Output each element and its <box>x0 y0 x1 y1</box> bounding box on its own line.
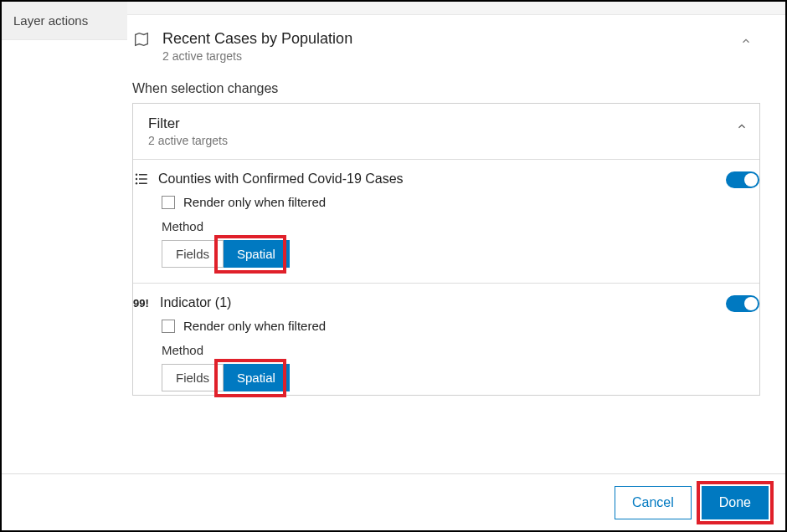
svg-rect-1 <box>139 174 147 176</box>
method-label: Method <box>162 219 759 233</box>
filter-title: Filter <box>148 115 744 132</box>
svg-rect-5 <box>139 183 147 185</box>
checkbox-icon <box>162 196 175 209</box>
sidebar: Layer actions <box>2 2 127 473</box>
method-fields-button[interactable]: Fields <box>162 364 224 391</box>
render-only-label: Render only when filtered <box>183 195 326 209</box>
filter-subtitle: 2 active targets <box>148 134 744 147</box>
target-name: Counties with Confirmed Covid-19 Cases <box>158 171 404 187</box>
method-spatial-button[interactable]: Spatial <box>224 240 290 268</box>
svg-point-0 <box>136 174 137 176</box>
filter-collapse-icon[interactable] <box>736 120 748 135</box>
done-button[interactable]: Done <box>702 486 769 519</box>
layer-header[interactable]: Recent Cases by Population 2 active targ… <box>132 30 760 63</box>
sidebar-tab-layer-actions[interactable]: Layer actions <box>2 2 127 40</box>
target-name: Indicator (1) <box>160 295 231 310</box>
dialog-footer: Cancel Done <box>2 473 785 530</box>
svg-point-4 <box>136 182 137 184</box>
svg-point-2 <box>136 178 137 180</box>
map-icon <box>132 30 151 49</box>
layer-title: Recent Cases by Population <box>162 30 352 48</box>
done-wrap: Done <box>702 486 769 519</box>
checkbox-icon <box>162 320 175 333</box>
section-label: When selection changes <box>132 81 760 96</box>
filter-panel: Filter 2 active targets <box>132 103 760 396</box>
dialog-body: Layer actions Recent Cases by Population <box>2 2 785 473</box>
method-fields-button[interactable]: Fields <box>162 240 224 268</box>
method-segmented: Fields Spatial <box>162 364 290 391</box>
dialog-window: Layer actions Recent Cases by Population <box>0 0 787 532</box>
render-only-checkbox[interactable]: Render only when filtered <box>162 195 759 209</box>
filter-target: 99! Indicator (1) Render only when filte… <box>133 284 759 395</box>
layer-subtitle: 2 active targets <box>162 49 352 63</box>
cancel-button[interactable]: Cancel <box>615 486 692 519</box>
list-icon <box>133 171 150 187</box>
render-only-checkbox[interactable]: Render only when filtered <box>162 319 759 333</box>
filter-target: Counties with Confirmed Covid-19 Cases R… <box>133 160 759 284</box>
layer-block: Recent Cases by Population 2 active targ… <box>127 15 777 396</box>
svg-rect-3 <box>139 178 147 180</box>
main-panel: Recent Cases by Population 2 active targ… <box>127 2 785 473</box>
render-only-label: Render only when filtered <box>183 319 326 333</box>
indicator-icon: 99! <box>133 297 152 309</box>
collapse-icon[interactable] <box>740 35 752 49</box>
target-toggle[interactable] <box>726 171 759 188</box>
target-toggle[interactable] <box>726 295 759 312</box>
top-strip <box>127 2 785 15</box>
method-label: Method <box>162 343 759 357</box>
method-segmented: Fields Spatial <box>162 240 290 268</box>
method-spatial-button[interactable]: Spatial <box>224 364 290 391</box>
